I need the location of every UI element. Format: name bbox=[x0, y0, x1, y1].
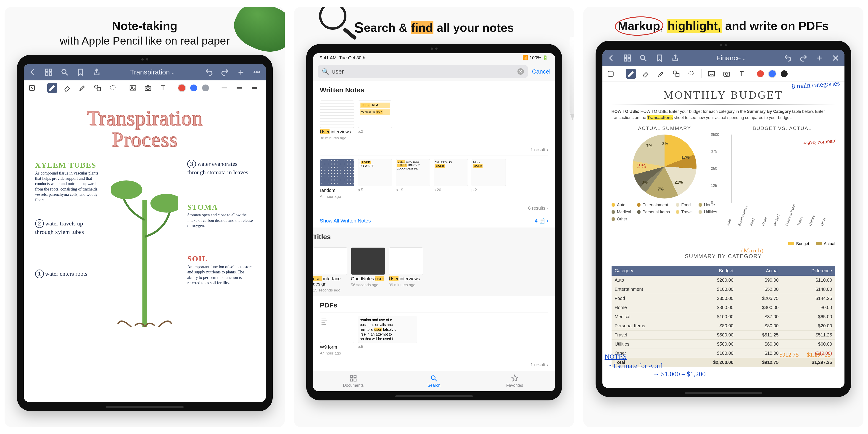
image-tool-icon[interactable] bbox=[128, 83, 138, 93]
pdf-title: MONTHLY BUDGET bbox=[612, 89, 835, 101]
plant-illustration bbox=[111, 160, 178, 327]
editor-navbar: Finance⌄ bbox=[602, 50, 844, 66]
highlighter-tool-icon[interactable] bbox=[78, 83, 88, 93]
show-all-link[interactable]: Show All Written Notes 4 📄 › bbox=[320, 214, 548, 227]
stroke-thick-icon[interactable] bbox=[249, 83, 259, 93]
svg-point-23 bbox=[111, 181, 142, 199]
grid-icon[interactable] bbox=[44, 67, 54, 77]
color-blue[interactable] bbox=[190, 85, 197, 91]
chart-title: ACTUAL SUMMARY bbox=[612, 125, 718, 131]
svg-rect-33 bbox=[624, 59, 627, 61]
result-row-user-interviews[interactable]: User User interviewsinterviews 36 minute… bbox=[320, 97, 548, 144]
add-page-icon[interactable] bbox=[815, 53, 825, 63]
charts-row: ACTUAL SUMMARY 7% 3% 17% 21% 7% 3% 2% Au… bbox=[612, 125, 835, 246]
back-icon[interactable] bbox=[28, 67, 37, 77]
svg-rect-3 bbox=[49, 73, 52, 75]
color-red[interactable] bbox=[757, 70, 764, 77]
lasso-tool-icon[interactable] bbox=[686, 69, 696, 79]
result-row-random[interactable]: random An hour ago • USERDO WE SEp.5 USE… bbox=[320, 156, 548, 202]
annotation-sum1: $912.75 bbox=[779, 351, 799, 358]
app-screen-editor: Transpiration⌄ bbox=[24, 64, 266, 402]
shape-tool-icon[interactable] bbox=[671, 69, 681, 79]
readonly-toggle-icon[interactable] bbox=[27, 83, 37, 93]
svg-rect-0 bbox=[45, 69, 48, 71]
app-screen-search: 9:41 AM Tue Oct 30th 📶 100% 🔋 🔍 user ✕ C… bbox=[313, 53, 555, 391]
search-icon[interactable] bbox=[639, 53, 648, 63]
screenshot-panel-2: Search & find all your notes 9:41 AM Tue… bbox=[294, 7, 574, 427]
pdf-canvas[interactable]: 8 main categories MONTHLY BUDGET HOW TO … bbox=[602, 82, 844, 388]
soil-text: An important function of soil is to stor… bbox=[187, 264, 254, 286]
camera-tool-icon[interactable] bbox=[143, 83, 153, 93]
image-tool-icon[interactable] bbox=[707, 69, 717, 79]
color-gray[interactable] bbox=[202, 85, 209, 91]
stroke-thin-icon[interactable] bbox=[219, 83, 229, 93]
titles-row[interactable]: user interface design15 seconds ago Good… bbox=[313, 244, 555, 296]
svg-point-29 bbox=[431, 376, 435, 380]
bar-legend: Budget Actual bbox=[729, 242, 835, 246]
svg-rect-1 bbox=[49, 69, 52, 71]
pdf-row[interactable]: ━━━━━━━━━━━━━━━━W9 formAn hour ago reati… bbox=[320, 312, 548, 359]
svg-point-9 bbox=[256, 72, 257, 73]
close-icon[interactable] bbox=[831, 53, 840, 63]
undo-icon[interactable] bbox=[783, 53, 793, 63]
svg-point-15 bbox=[110, 86, 115, 89]
doc-title[interactable]: Finance⌄ bbox=[686, 54, 776, 62]
svg-point-4 bbox=[62, 69, 66, 73]
ipad-frame-3: Finance⌄ bbox=[595, 41, 851, 397]
add-page-icon[interactable] bbox=[236, 67, 246, 77]
back-icon[interactable] bbox=[607, 53, 616, 63]
eraser-tool-icon[interactable] bbox=[641, 69, 651, 79]
color-black[interactable] bbox=[781, 70, 787, 77]
svg-point-19 bbox=[147, 87, 149, 90]
bookmark-icon[interactable] bbox=[654, 53, 664, 63]
ipad-frame-1: Transpiration⌄ bbox=[17, 55, 273, 411]
lasso-tool-icon[interactable] bbox=[107, 83, 118, 93]
text-tool-icon[interactable] bbox=[737, 69, 747, 79]
clear-search-icon[interactable]: ✕ bbox=[518, 68, 524, 75]
svg-rect-26 bbox=[354, 375, 356, 378]
left-column: XYLEM TUBES As compound tissue in vascul… bbox=[35, 160, 102, 327]
color-blue[interactable] bbox=[769, 70, 776, 77]
search-input[interactable]: 🔍 user ✕ bbox=[318, 65, 528, 78]
pdf-footer: 1 result › bbox=[320, 359, 548, 371]
editor-toolbar bbox=[24, 81, 266, 96]
text-tool-icon[interactable] bbox=[158, 83, 168, 93]
summary-heading: SUMMARY BY CATEGORY (March) bbox=[612, 253, 835, 259]
stroke-med-icon[interactable] bbox=[234, 83, 244, 93]
doc-title[interactable]: Transpiration⌄ bbox=[108, 68, 198, 76]
right-column: 3water evaporates through stomata in lea… bbox=[187, 160, 254, 327]
readonly-toggle-icon[interactable] bbox=[606, 69, 616, 79]
search-icon: 🔍 bbox=[322, 68, 329, 75]
color-red[interactable] bbox=[178, 85, 185, 91]
pen-tool-icon[interactable] bbox=[47, 83, 57, 93]
grid-icon[interactable] bbox=[622, 53, 632, 63]
row-footer-1: 1 result › bbox=[320, 144, 548, 156]
camera-tool-icon[interactable] bbox=[722, 69, 732, 79]
share-icon[interactable] bbox=[92, 67, 101, 77]
tab-documents[interactable]: Documents bbox=[313, 371, 394, 391]
search-icon[interactable] bbox=[60, 67, 69, 77]
redo-icon[interactable] bbox=[799, 53, 808, 63]
svg-line-30 bbox=[435, 379, 437, 381]
shape-tool-icon[interactable] bbox=[92, 83, 102, 93]
undo-icon[interactable] bbox=[204, 67, 214, 77]
note-canvas[interactable]: Transpiration Process XYLEM TUBES As com… bbox=[24, 96, 266, 402]
tab-favorites[interactable]: Favorites bbox=[474, 371, 555, 391]
section-header: Written Notes bbox=[320, 81, 548, 97]
highlighter-tool-icon[interactable] bbox=[656, 69, 666, 79]
annotation-notes-line: • Estimate for April bbox=[609, 362, 663, 370]
search-row: 🔍 user ✕ Cancel bbox=[313, 62, 555, 81]
tab-search[interactable]: Search bbox=[394, 371, 474, 391]
cancel-button[interactable]: Cancel bbox=[532, 68, 551, 75]
bookmark-icon[interactable] bbox=[76, 67, 85, 77]
svg-rect-25 bbox=[350, 375, 352, 378]
redo-icon[interactable] bbox=[220, 67, 230, 77]
pen-tool-icon[interactable] bbox=[626, 69, 636, 79]
pie-legend: Auto Entertainment Food Home Medical Per… bbox=[612, 203, 718, 222]
more-icon[interactable] bbox=[252, 67, 262, 77]
svg-point-44 bbox=[688, 71, 694, 75]
svg-rect-32 bbox=[628, 55, 630, 57]
svg-point-47 bbox=[725, 73, 728, 75]
share-icon[interactable] bbox=[671, 53, 680, 63]
eraser-tool-icon[interactable] bbox=[62, 83, 72, 93]
